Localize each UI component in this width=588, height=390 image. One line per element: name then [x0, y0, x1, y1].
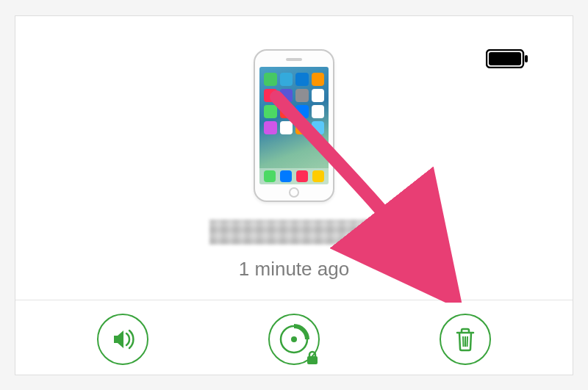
device-image [254, 49, 334, 202]
speaker-icon [97, 314, 148, 365]
play-sound-button[interactable]: Play Sound [49, 314, 196, 375]
erase-iphone-label: Erase iPhone [392, 372, 539, 375]
radar-lock-icon [268, 314, 320, 365]
lost-mode-button[interactable]: Lost Mode [220, 314, 368, 375]
battery-icon [486, 49, 528, 71]
svg-rect-2 [525, 55, 528, 62]
trash-icon [440, 314, 491, 365]
action-bar: Play Sound Lost Mode [15, 300, 573, 375]
svg-rect-1 [489, 52, 521, 65]
lost-mode-label: Lost Mode [220, 372, 368, 375]
erase-iphone-button[interactable]: Erase iPhone [392, 314, 539, 375]
last-seen-timestamp: 1 minute ago [15, 258, 573, 281]
play-sound-label: Play Sound [49, 372, 196, 375]
svg-line-8 [467, 336, 467, 347]
device-name-redacted [209, 220, 379, 245]
svg-point-4 [291, 336, 297, 342]
find-my-iphone-panel: 1 minute ago Play Sound [15, 15, 573, 375]
svg-rect-5 [307, 356, 318, 364]
svg-line-6 [463, 336, 464, 347]
